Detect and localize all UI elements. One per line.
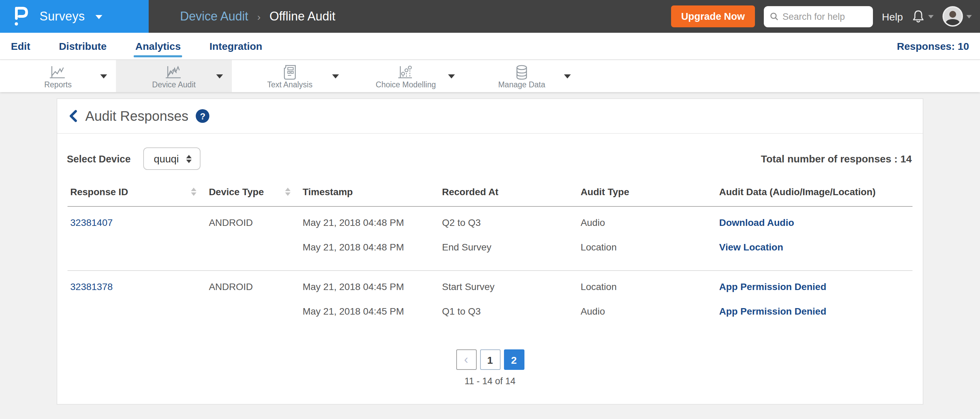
help-icon[interactable]: ? xyxy=(196,109,209,123)
pagination-prev-button[interactable]: ‹ xyxy=(456,349,476,370)
col-device-type: Device Type xyxy=(206,177,300,206)
toolbar-item-label: Reports xyxy=(45,80,72,88)
audit-type-cell: Location xyxy=(578,235,716,271)
chevron-down-icon[interactable] xyxy=(448,74,455,78)
audit-responses-table: Response ID Device Type Timestamp Record… xyxy=(67,177,913,335)
timestamp-cell: May 21, 2018 04:48 PM xyxy=(300,206,439,235)
table-row: 32381378 ANDROID May 21, 2018 04:45 PM S… xyxy=(67,271,913,299)
breadcrumb-current: Offline Audit xyxy=(269,9,335,24)
col-timestamp: Timestamp xyxy=(300,177,439,206)
scatter-chart-icon xyxy=(398,65,414,80)
breadcrumb: Device Audit › Offline Audit xyxy=(180,9,336,24)
chevron-down-icon xyxy=(96,15,103,19)
main-content: Audit Responses ? Select Device quuqi To… xyxy=(0,92,980,405)
tab-analytics[interactable]: Analytics xyxy=(135,33,181,59)
notifications-button[interactable] xyxy=(912,9,934,24)
person-silhouette-icon xyxy=(944,9,962,25)
chevron-left-icon xyxy=(68,110,78,122)
chevron-down-icon[interactable] xyxy=(216,74,223,78)
timestamp-cell: May 21, 2018 04:48 PM xyxy=(300,235,439,271)
analytics-toolbar: Reports Device Audit xyxy=(0,60,980,92)
recorded-at-cell: Q2 to Q3 xyxy=(439,206,578,235)
sort-icon[interactable] xyxy=(285,187,290,196)
device-type-cell: ANDROID xyxy=(206,271,300,299)
audit-responses-card: Audit Responses ? Select Device quuqi To… xyxy=(57,98,923,405)
top-header-bar: Surveys Device Audit › Offline Audit Upg… xyxy=(0,0,980,33)
questionpro-logo-icon xyxy=(14,7,29,26)
upgrade-now-button[interactable]: Upgrade Now xyxy=(671,5,755,27)
table-controls: Select Device quuqi Total number of resp… xyxy=(57,134,923,173)
breadcrumb-parent[interactable]: Device Audit xyxy=(180,9,248,24)
avatar xyxy=(942,6,963,27)
sort-icon[interactable] xyxy=(191,187,196,196)
survey-section-nav: Edit Distribute Analytics Integration Re… xyxy=(0,33,980,60)
card-title-row: Audit Responses ? xyxy=(57,99,923,134)
document-icon xyxy=(283,65,297,80)
search-input[interactable] xyxy=(783,11,867,21)
app-permission-denied-link[interactable]: App Permission Denied xyxy=(719,306,826,317)
tab-edit[interactable]: Edit xyxy=(11,33,30,59)
toolbar-item-reports[interactable]: Reports xyxy=(0,60,116,92)
header-actions: Upgrade Now Help xyxy=(671,5,980,27)
chevron-down-icon xyxy=(966,15,972,18)
device-select-value: quuqi xyxy=(154,153,179,164)
chevron-down-icon[interactable] xyxy=(100,74,107,78)
select-updown-icon xyxy=(186,155,192,163)
recorded-at-cell: Q1 to Q3 xyxy=(439,299,578,335)
line-chart-icon xyxy=(49,65,67,80)
tab-distribute[interactable]: Distribute xyxy=(59,33,107,59)
col-audit-type: Audit Type xyxy=(578,177,716,206)
device-type-cell: ANDROID xyxy=(206,206,300,235)
download-audio-link[interactable]: Download Audio xyxy=(719,217,794,228)
toolbar-item-manage-data[interactable]: Manage Data xyxy=(464,60,580,92)
responses-count: Responses: 10 xyxy=(897,40,969,52)
total-responses: Total number of responses : 14 xyxy=(761,153,912,164)
product-switcher[interactable]: Surveys xyxy=(0,0,149,33)
product-label: Surveys xyxy=(40,9,85,24)
audit-type-cell: Audio xyxy=(578,206,716,235)
col-audit-data: Audit Data (Audio/Image/Location) xyxy=(716,177,913,206)
select-device-label: Select Device xyxy=(67,153,130,164)
help-search-box[interactable] xyxy=(764,6,873,27)
back-button[interactable] xyxy=(68,110,78,122)
col-recorded-at: Recorded At xyxy=(439,177,578,206)
toolbar-item-label: Device Audit xyxy=(152,80,196,88)
database-icon xyxy=(514,65,529,80)
device-select[interactable]: quuqi xyxy=(143,147,200,170)
col-response-id: Response ID xyxy=(67,177,206,206)
audit-type-cell: Audio xyxy=(578,299,716,335)
breadcrumb-separator-icon: › xyxy=(257,11,261,22)
timestamp-cell: May 21, 2018 04:45 PM xyxy=(300,299,439,335)
app-permission-denied-link[interactable]: App Permission Denied xyxy=(719,281,826,292)
response-id-link[interactable]: 32381378 xyxy=(70,281,113,292)
chevron-down-icon[interactable] xyxy=(564,74,571,78)
toolbar-item-label: Choice Modelling xyxy=(376,80,436,88)
help-link[interactable]: Help xyxy=(882,11,903,22)
toolbar-item-label: Manage Data xyxy=(498,80,545,88)
page-buttons: ‹ 1 2 xyxy=(456,349,524,370)
view-location-link[interactable]: View Location xyxy=(719,242,783,252)
response-id-link[interactable]: 32381407 xyxy=(70,217,113,228)
audit-type-cell: Location xyxy=(578,271,716,299)
account-menu[interactable] xyxy=(942,6,972,27)
toolbar-item-device-audit[interactable]: Device Audit xyxy=(116,60,232,92)
recorded-at-cell: End Survey xyxy=(439,235,578,271)
app-root: Surveys Device Audit › Offline Audit Upg… xyxy=(0,0,980,419)
chevron-down-icon xyxy=(928,15,934,18)
table-row: May 21, 2018 04:45 PM Q1 to Q3 Audio App… xyxy=(67,299,913,335)
chevron-down-icon[interactable] xyxy=(332,74,339,78)
search-icon xyxy=(770,11,778,21)
pagination: ‹ 1 2 11 - 14 of 14 xyxy=(57,349,923,386)
recorded-at-cell: Start Survey xyxy=(439,271,578,299)
table-header-row: Response ID Device Type Timestamp Record… xyxy=(67,177,913,206)
toolbar-item-choice-modelling[interactable]: Choice Modelling xyxy=(348,60,464,92)
table-row: May 21, 2018 04:48 PM End Survey Locatio… xyxy=(67,235,913,271)
toolbar-item-text-analysis[interactable]: Text Analysis xyxy=(232,60,348,92)
bell-icon xyxy=(912,9,925,24)
toolbar-item-label: Text Analysis xyxy=(267,80,313,88)
tab-integration[interactable]: Integration xyxy=(209,33,262,59)
table-row: 32381407 ANDROID May 21, 2018 04:48 PM Q… xyxy=(67,206,913,235)
page-title: Audit Responses xyxy=(85,108,188,124)
pagination-page-2[interactable]: 2 xyxy=(504,349,524,370)
pagination-page-1[interactable]: 1 xyxy=(480,349,500,370)
